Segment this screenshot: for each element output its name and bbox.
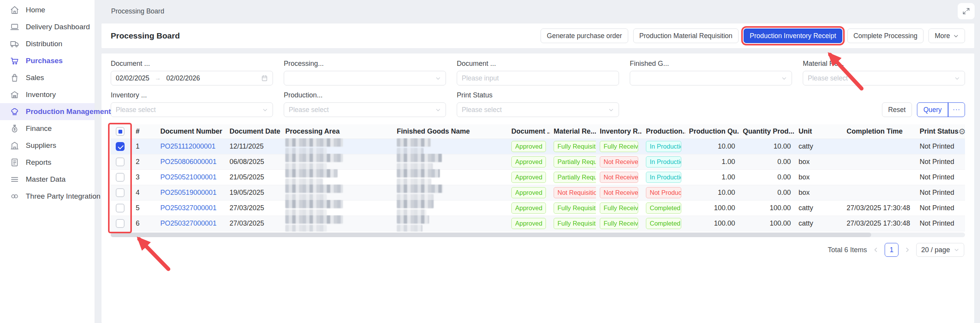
material-requisition-select[interactable]: Please select (803, 71, 965, 85)
processing-select[interactable] (284, 71, 446, 85)
document-number-link[interactable]: PO250327000001 (160, 219, 216, 227)
production-material-requisition-button[interactable]: Production Material Requisition (633, 28, 739, 43)
unit: catty (795, 204, 843, 212)
status-badge: Not Produced (646, 187, 681, 198)
print-status: Not Printed (916, 158, 967, 166)
status-badge: Fully Requisitioned (554, 141, 596, 152)
filter-actions: Reset Query ··· (803, 91, 965, 117)
document-date-range-input[interactable]: 02/02/2025 → 02/02/2026 (111, 71, 273, 85)
more-button[interactable]: More (928, 28, 965, 43)
sidebar-item-label: Master Data (26, 175, 65, 184)
table-row[interactable]: 3 PO250521000001 21/05/2025 Approved Par… (111, 170, 965, 185)
row-checkbox[interactable] (116, 219, 125, 228)
filter-material-requisition: Material Re... Please select (803, 60, 965, 85)
document-number-link[interactable]: PO251112000001 (160, 142, 215, 150)
production-select[interactable]: Please select (284, 102, 446, 117)
production-inventory-receipt-wrap: Production Inventory Receipt (744, 28, 842, 43)
document-number-link[interactable]: PO250521000001 (160, 173, 216, 181)
money-bag-icon (10, 124, 19, 133)
redacted-processing-area (285, 138, 343, 155)
reset-button[interactable]: Reset (882, 102, 912, 117)
quantity-produced: 100.00 (739, 204, 795, 212)
production-inventory-receipt-button[interactable]: Production Inventory Receipt (744, 28, 842, 43)
row-checkbox[interactable] (116, 173, 125, 182)
sidebar-item-label: Reports (26, 158, 52, 167)
print-status: Not Printed (916, 204, 967, 212)
status-badge: Not Received (600, 187, 638, 198)
page-size-select[interactable]: 20 / page (916, 243, 964, 257)
sidebar-item-master-data[interactable]: Master Data (0, 171, 95, 188)
sidebar-item-distribution[interactable]: Distribution (0, 35, 95, 52)
production-quantity: 1.00 (685, 173, 739, 181)
document-date: 27/03/2025 (226, 219, 281, 228)
document-number-input[interactable]: Please input (457, 71, 619, 85)
print-status-select[interactable]: Please select (457, 102, 619, 117)
sidebar-item-inventory[interactable]: Inventory (0, 86, 95, 103)
page-number-button[interactable]: 1 (885, 243, 898, 257)
prev-page-icon[interactable] (873, 247, 879, 253)
row-index: 4 (130, 189, 156, 197)
sidebar-item-delivery-dashboard[interactable]: Delivery Dashboard (0, 18, 95, 35)
sidebar-item-production-management[interactable]: Production Management (0, 103, 95, 120)
horizontal-scrollbar-thumb[interactable] (111, 233, 871, 237)
table-row[interactable]: 2 PO250806000001 06/08/2025 Approved Par… (111, 154, 965, 170)
next-page-icon[interactable] (904, 247, 910, 253)
header-cell: Production Qu... (685, 127, 739, 136)
status-badge: Partially Requisitioned (554, 172, 596, 183)
sidebar-item-finance[interactable]: Finance (0, 120, 95, 137)
inventory-select[interactable]: Please select (111, 102, 273, 117)
horizontal-scrollbar (111, 233, 965, 237)
breadcrumb: Processing Board (111, 7, 164, 15)
sidebar-item-home[interactable]: Home (0, 2, 95, 18)
status-badge: Completed (646, 218, 681, 229)
content-card: Document ... 02/02/2025 → 02/02/2026 Pro… (101, 54, 974, 323)
table-row[interactable]: 4 PO250519000001 19/05/2025 Approved Not… (111, 185, 965, 201)
sidebar-item-suppliers[interactable]: Suppliers (0, 137, 95, 154)
warehouse-icon (10, 90, 19, 99)
document-number-link[interactable]: PO250519000001 (160, 189, 216, 196)
filter-label: Document ... (457, 60, 619, 68)
document-date: 21/05/2025 (226, 173, 281, 181)
status-badge: Approved (511, 172, 546, 183)
table-row[interactable]: 6 PO250327000001 27/03/2025 Approved Ful… (111, 216, 965, 231)
report-icon (10, 158, 19, 167)
sidebar-item-three-party-integration[interactable]: Three Party Integration (0, 188, 95, 205)
row-checkbox[interactable] (116, 157, 125, 166)
page-title: Processing Board (111, 31, 180, 40)
table-row[interactable]: 1 PO251112000001 12/11/2025 Approved Ful… (111, 139, 965, 154)
generate-purchase-order-button[interactable]: Generate purchase order (541, 28, 628, 43)
finished-goods-select[interactable] (630, 71, 792, 85)
query-button[interactable]: Query (917, 103, 948, 117)
sidebar-item-purchases[interactable]: Purchases (0, 52, 95, 69)
header-cell: Document Date (226, 127, 281, 136)
chevron-down-icon (435, 107, 441, 113)
filter-document-date: Document ... 02/02/2025 → 02/02/2026 (111, 60, 273, 85)
table-row[interactable]: 5 PO250327000001 27/03/2025 Approved Ful… (111, 201, 965, 216)
chevron-down-icon (608, 107, 614, 113)
sidebar-item-label: Suppliers (26, 141, 56, 150)
row-checkbox[interactable] (116, 204, 125, 213)
sidebar-item-label: Inventory (26, 90, 56, 99)
document-number-link[interactable]: PO250806000001 (160, 158, 216, 166)
filter-label: Processing... (284, 60, 446, 68)
document-number-link[interactable]: PO250327000001 (160, 204, 216, 212)
row-index: 3 (130, 173, 156, 181)
production-quantity: 10.00 (685, 189, 739, 197)
link-icon (10, 192, 19, 201)
complete-processing-button[interactable]: Complete Processing (847, 28, 923, 43)
query-more-button[interactable]: ··· (948, 103, 965, 117)
row-checkbox[interactable] (116, 142, 125, 151)
sidebar-item-reports[interactable]: Reports (0, 154, 95, 171)
sidebar-item-label: Production Management (26, 107, 111, 116)
row-checkbox[interactable] (116, 188, 125, 197)
filter-inventory: Inventory ... Please select (111, 91, 273, 117)
filter-processing: Processing... (284, 60, 446, 85)
column-settings-gear-icon[interactable]: ⚙ (958, 127, 966, 136)
chef-hat-icon (10, 107, 19, 116)
fullscreen-button[interactable] (958, 3, 975, 19)
production-quantity: 1.00 (685, 158, 739, 166)
sidebar-item-sales[interactable]: Sales (0, 69, 95, 86)
select-all-checkbox[interactable] (116, 127, 125, 136)
row-index: 5 (130, 204, 156, 212)
unit: box (795, 189, 843, 197)
